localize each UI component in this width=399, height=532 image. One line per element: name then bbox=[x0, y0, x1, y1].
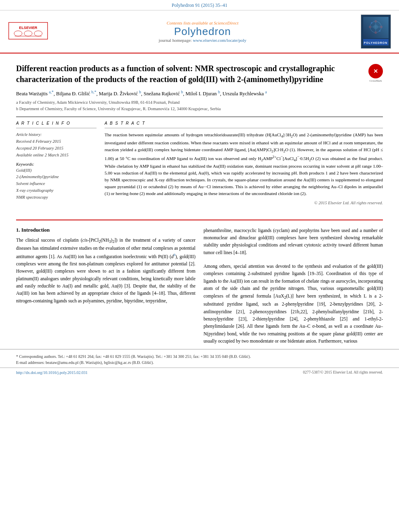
accepted-date: Accepted 20 February 2015 bbox=[16, 145, 97, 152]
affiliation-a: a Faculty of Chemistry, Adam Mickiewicz … bbox=[16, 99, 383, 106]
keyword-1: Gold(III) bbox=[16, 167, 97, 174]
journal-header: ELSEVIER Contents lists available at Sci… bbox=[0, 10, 399, 53]
svg-point-8 bbox=[373, 25, 378, 29]
journal-center: Contents lists available at ScienceDirec… bbox=[48, 21, 357, 43]
body-columns: 1. Introduction The clinical success of … bbox=[0, 227, 399, 345]
svg-point-3 bbox=[24, 31, 32, 36]
intro-paragraph-2: phenanthroline, macrocyclic ligands (cyc… bbox=[204, 227, 383, 257]
article-content: ✕ CrossMark Different reaction products … bbox=[0, 53, 399, 213]
crossmark-icon: ✕ bbox=[368, 64, 383, 78]
introduction-heading: 1. Introduction bbox=[16, 227, 195, 233]
svg-point-15 bbox=[371, 22, 372, 24]
journal-title: Polyhedron bbox=[48, 25, 357, 38]
issn-text: 0277-5387/© 2015 Elsevier Ltd. All right… bbox=[303, 370, 383, 374]
svg-point-16 bbox=[379, 30, 380, 32]
footnotes-section: * Corresponding authors. Tel.: +48 61 82… bbox=[0, 349, 399, 368]
affiliation-b: b Department of Chemistry, Faculty of Sc… bbox=[16, 106, 383, 112]
svg-point-12 bbox=[380, 26, 383, 28]
svg-text:ELSEVIER: ELSEVIER bbox=[19, 26, 37, 30]
article-info-abstract-section: A R T I C L E I N F O Article history: R… bbox=[16, 117, 383, 205]
copyright-notice: © 2015 Elsevier Ltd. All rights reserved… bbox=[105, 201, 383, 205]
right-column: phenanthroline, macrocyclic ligands (cyc… bbox=[204, 227, 383, 345]
svg-point-7 bbox=[370, 21, 381, 33]
svg-point-11 bbox=[369, 26, 371, 28]
article-history: Article history: Received 4 February 201… bbox=[16, 131, 97, 158]
received-date: Received 4 February 2015 bbox=[16, 138, 97, 145]
intro-paragraph-3: Among others, special attention was devo… bbox=[204, 263, 383, 345]
journal-citation: Polyhedron 91 (2015) 35–41 bbox=[0, 0, 399, 10]
affiliations: a Faculty of Chemistry, Adam Mickiewicz … bbox=[16, 99, 383, 112]
doi-section: http://dx.doi.org/10.1016/j.poly.2015.02… bbox=[0, 368, 399, 376]
svg-point-2 bbox=[14, 31, 22, 36]
svg-point-4 bbox=[34, 31, 42, 36]
svg-point-14 bbox=[374, 31, 377, 34]
crossmark-badge: ✕ CrossMark bbox=[368, 64, 383, 82]
journal-homepage: journal homepage: www.elsevier.com/locat… bbox=[48, 38, 357, 43]
abstract-text: The reaction between equimolar amounts o… bbox=[105, 131, 383, 197]
intro-paragraph-1: The clinical success of cisplatin (cis-[… bbox=[16, 236, 195, 305]
section-divider bbox=[16, 220, 383, 220]
keyword-3: Solvent influence bbox=[16, 181, 97, 187]
article-info-panel: A R T I C L E I N F O Article history: R… bbox=[16, 121, 97, 205]
left-column: 1. Introduction The clinical success of … bbox=[16, 227, 195, 345]
svg-text:POLYHEDRON: POLYHEDRON bbox=[364, 41, 388, 44]
doi-link[interactable]: http://dx.doi.org/10.1016/j.poly.2015.02… bbox=[16, 370, 88, 375]
available-date: Available online 2 March 2015 bbox=[16, 152, 97, 159]
keywords-label: Keywords: bbox=[16, 162, 97, 166]
keywords-list: Gold(III) 2-(Aminomethyl)pyridine Solven… bbox=[16, 167, 97, 201]
footnote-email: E-mail addresses: beataw@amu.edu.pl (B. … bbox=[16, 359, 383, 366]
info-divider bbox=[16, 128, 97, 128]
elsevier-logo: ELSEVIER bbox=[8, 22, 44, 42]
article-info-heading: A R T I C L E I N F O bbox=[16, 121, 97, 125]
article-title: Different reaction products as a functio… bbox=[16, 63, 383, 85]
keyword-2: 2-(Aminomethyl)pyridine bbox=[16, 174, 97, 181]
article-title-section: ✕ CrossMark Different reaction products … bbox=[16, 63, 383, 85]
keyword-4: X-ray crystallography bbox=[16, 187, 97, 194]
abstract-heading: A B S T R A C T bbox=[105, 121, 383, 125]
journal-cover-image: POLYHEDRON bbox=[361, 14, 391, 49]
science-direct-text: Contents lists available at ScienceDirec… bbox=[48, 21, 357, 25]
abstract-panel: A B S T R A C T The reaction between equ… bbox=[105, 121, 383, 205]
footnote-corresponding: * Corresponding authors. Tel.: +48 61 82… bbox=[16, 353, 383, 359]
svg-point-13 bbox=[374, 20, 377, 23]
citation-text: Polyhedron 91 (2015) 35–41 bbox=[172, 2, 227, 8]
authors-line: Beata Warżajtis a,*, Biljana Đ. Glišić b… bbox=[16, 89, 383, 98]
abstract-divider bbox=[105, 128, 383, 128]
keyword-5: NMR spectroscopy bbox=[16, 194, 97, 201]
